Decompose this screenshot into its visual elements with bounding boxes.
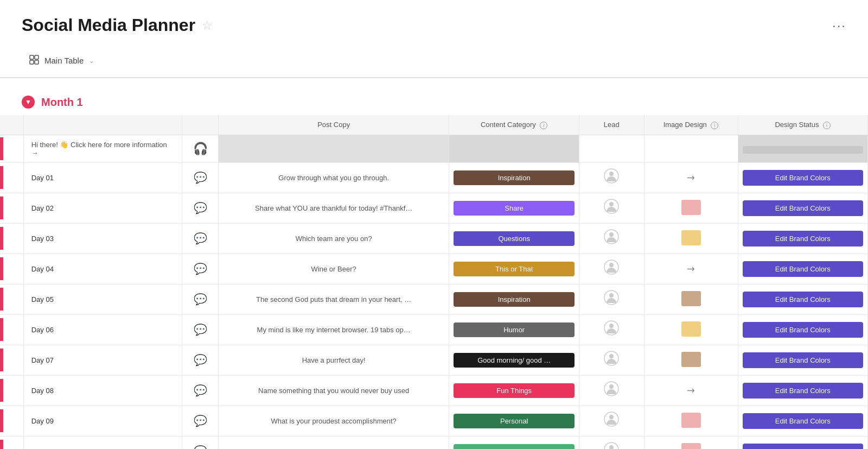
row-design-status[interactable]: Edit Brand Colors — [738, 162, 867, 193]
edit-brand-colors-button[interactable]: Edit Brand Colors — [743, 352, 863, 368]
row-design-status[interactable] — [738, 135, 867, 162]
row-img-design[interactable] — [644, 314, 738, 345]
row-img-design[interactable]: ↗ — [644, 254, 738, 284]
chevron-down-icon[interactable]: ⌄ — [89, 57, 94, 65]
row-category[interactable]: Inspiration — [449, 284, 579, 314]
edit-brand-colors-button[interactable]: Edit Brand Colors — [743, 444, 863, 449]
main-table-tab[interactable]: Main Table ⌄ — [22, 50, 102, 71]
row-item-name[interactable]: Day 06 — [23, 314, 182, 345]
row-design-status[interactable]: Edit Brand Colors — [738, 314, 867, 345]
row-item-name[interactable]: Day 07 — [23, 345, 182, 375]
row-lead[interactable] — [579, 345, 644, 375]
row-category[interactable]: Hashtags — [449, 436, 579, 449]
edit-brand-colors-button[interactable]: Edit Brand Colors — [743, 413, 863, 429]
row-design-status[interactable]: Edit Brand Colors — [738, 223, 867, 254]
svg-point-15 — [609, 324, 614, 328]
row-category[interactable]: Inspiration — [449, 162, 579, 193]
row-comment-icon[interactable]: 💬 — [182, 284, 219, 314]
row-category[interactable]: Humor — [449, 314, 579, 345]
row-img-design[interactable]: ↗ — [644, 375, 738, 406]
row-item-name[interactable]: Day 01 — [23, 162, 182, 193]
row-img-design[interactable]: ↗ — [644, 162, 738, 193]
row-design-status[interactable]: Edit Brand Colors — [738, 254, 867, 284]
row-item-name[interactable]: Day 10 — [23, 436, 182, 449]
row-lead[interactable] — [579, 436, 644, 449]
row-item-name[interactable]: Day 02 — [23, 193, 182, 223]
row-lead[interactable] — [579, 223, 644, 254]
row-img-design[interactable] — [644, 406, 738, 436]
row-comment-icon[interactable]: 💬 — [182, 406, 219, 436]
row-item-name[interactable]: Day 08 — [23, 375, 182, 406]
row-lead[interactable] — [579, 314, 644, 345]
row-comment-icon[interactable]: 🎧 — [182, 135, 219, 162]
row-post-copy[interactable]: Name something that you would never buy … — [218, 375, 449, 406]
edit-brand-colors-button[interactable]: Edit Brand Colors — [743, 200, 863, 216]
row-comment-icon[interactable]: 💬 — [182, 193, 219, 223]
edit-brand-colors-button[interactable]: Edit Brand Colors — [743, 261, 863, 277]
edit-brand-colors-button[interactable]: Edit Brand Colors — [743, 322, 863, 338]
row-category[interactable]: This or That — [449, 254, 579, 284]
row-design-status[interactable]: Edit Brand Colors — [738, 436, 867, 449]
row-lead[interactable] — [579, 375, 644, 406]
row-design-status[interactable]: Edit Brand Colors — [738, 375, 867, 406]
row-item-name[interactable]: Hi there! 👋 Click here for more informat… — [23, 135, 182, 162]
row-post-copy[interactable]: What is your proudest accomplishment? — [218, 406, 449, 436]
imgdesign-info-icon[interactable]: i — [711, 122, 718, 129]
row-item-name[interactable]: Day 05 — [23, 284, 182, 314]
row-lead[interactable] — [579, 254, 644, 284]
edit-brand-colors-button[interactable]: Edit Brand Colors — [743, 292, 863, 307]
more-menu-icon[interactable]: ··· — [832, 18, 846, 33]
row-comment-icon[interactable]: 💬 — [182, 254, 219, 284]
row-category[interactable]: Share — [449, 193, 579, 223]
row-img-design[interactable] — [644, 345, 738, 375]
row-accent-bar — [0, 436, 23, 449]
row-comment-icon[interactable]: 💬 — [182, 436, 219, 449]
row-comment-icon[interactable]: 💬 — [182, 314, 219, 345]
row-comment-icon[interactable]: 💬 — [182, 345, 219, 375]
row-category[interactable]: Questions — [449, 223, 579, 254]
row-accent-bar — [0, 223, 23, 254]
row-comment-icon[interactable]: 💬 — [182, 375, 219, 406]
row-design-status[interactable]: Edit Brand Colors — [738, 345, 867, 375]
row-post-copy[interactable]: Wine or Beer? — [218, 254, 449, 284]
edit-brand-colors-button[interactable]: Edit Brand Colors — [743, 170, 863, 186]
row-item-name[interactable]: Day 09 — [23, 406, 182, 436]
row-img-design[interactable] — [644, 135, 738, 162]
table-row: Day 08💬Name something that you would nev… — [0, 375, 868, 406]
row-comment-icon[interactable]: 💬 — [182, 223, 219, 254]
row-post-copy[interactable]: The second God puts that dream in your h… — [218, 284, 449, 314]
status-empty-button[interactable] — [743, 146, 863, 154]
row-lead[interactable] — [579, 162, 644, 193]
edit-brand-colors-button[interactable]: Edit Brand Colors — [743, 231, 863, 246]
edit-brand-colors-button[interactable]: Edit Brand Colors — [743, 383, 863, 399]
row-post-copy[interactable]: #WednesdayHumpDay — [218, 436, 449, 449]
row-img-design[interactable] — [644, 193, 738, 223]
row-post-copy[interactable] — [218, 135, 449, 162]
status-info-icon[interactable]: i — [823, 122, 831, 129]
row-design-status[interactable]: Edit Brand Colors — [738, 193, 867, 223]
row-design-status[interactable]: Edit Brand Colors — [738, 406, 867, 436]
row-img-design[interactable] — [644, 223, 738, 254]
row-post-copy[interactable]: Which team are you on? — [218, 223, 449, 254]
row-category[interactable]: Personal — [449, 406, 579, 436]
row-item-name[interactable]: Day 04 — [23, 254, 182, 284]
row-lead[interactable] — [579, 193, 644, 223]
row-design-status[interactable]: Edit Brand Colors — [738, 284, 867, 314]
row-category[interactable] — [449, 135, 579, 162]
row-category[interactable]: Good morning/ good … — [449, 345, 579, 375]
row-comment-icon[interactable]: 💬 — [182, 162, 219, 193]
row-img-design[interactable] — [644, 284, 738, 314]
category-info-icon[interactable]: i — [540, 122, 547, 129]
row-item-name[interactable]: Day 03 — [23, 223, 182, 254]
row-lead[interactable] — [579, 135, 644, 162]
star-icon[interactable]: ☆ — [202, 18, 213, 33]
collapse-icon[interactable]: ▼ — [22, 96, 35, 109]
row-post-copy[interactable]: Have a purrfect day! — [218, 345, 449, 375]
row-post-copy[interactable]: Grow through what you go through. — [218, 162, 449, 193]
row-lead[interactable] — [579, 406, 644, 436]
row-post-copy[interactable]: My mind is like my internet browser. 19 … — [218, 314, 449, 345]
row-category[interactable]: Fun Things — [449, 375, 579, 406]
row-post-copy[interactable]: Share what YOU are thankful for today! #… — [218, 193, 449, 223]
row-img-design[interactable] — [644, 436, 738, 449]
row-lead[interactable] — [579, 284, 644, 314]
